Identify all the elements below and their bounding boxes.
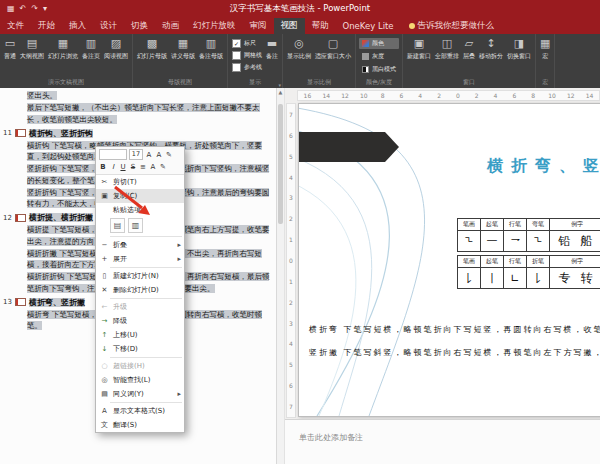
menu-item-label: 展开 — [113, 254, 174, 264]
tab-help[interactable]: 帮助 — [305, 18, 336, 34]
ribbon-button-outline-view[interactable]: ▤大纲视图 — [18, 36, 46, 62]
menu-item-hyperlink[interactable]: ○超链接(H) — [96, 359, 184, 373]
customize-qat-icon[interactable]: ▾ — [43, 5, 47, 13]
redo-icon[interactable]: ↷ — [31, 5, 38, 13]
ribbon-button-switch-windows[interactable]: ◨切换窗口 — [505, 36, 533, 62]
menu-item-new-slide[interactable]: ▯新建幻灯片(N) — [96, 269, 184, 283]
button-label: 切换窗口 — [507, 52, 531, 61]
v-ruler[interactable]: 765432101234567 — [286, 103, 296, 418]
undo-icon[interactable]: ↶ — [20, 5, 27, 13]
ribbon-button-slide-sorter[interactable]: ▦幻灯片浏览 — [46, 36, 80, 62]
outline-text: 竖出头。 — [27, 91, 57, 100]
ribbon-button-notes[interactable]: ▬备注 — [264, 36, 280, 62]
ribbon-button-handout-master[interactable]: ▦讲义母版 — [169, 36, 197, 62]
slide-number: 11 — [3, 129, 12, 137]
mini-font-color-button[interactable]: A — [149, 162, 157, 172]
tellme-search[interactable]: 告诉我你想要做什么 — [401, 18, 503, 34]
mini-shrink-font-button[interactable]: A — [155, 150, 163, 160]
keep-source-formatting-icon[interactable]: ▤ — [110, 218, 125, 233]
mini-underline-button[interactable]: U — [119, 162, 127, 172]
notes-pane[interactable]: 单击此处添加备注 — [285, 419, 600, 464]
reading-view-icon: ▨ — [111, 37, 121, 51]
tab-home[interactable]: 开始 — [31, 18, 62, 34]
tab-view[interactable]: 视图 — [274, 18, 305, 34]
ribbon-button-notes-master[interactable]: ▥备注母版 — [197, 36, 225, 62]
fit-window-icon: ▢ — [328, 37, 338, 51]
mini-highlight-color-button[interactable]: ✎ — [159, 162, 167, 172]
slide-canvas[interactable]: 横折弯、竖折撇 笔画起笔行笔弯笔例字㇍一㇖㇍铅 船笔画起笔行笔折笔例字㇙丨∟㇙专… — [298, 103, 600, 417]
slide-title: 横折弯、竖折撇 — [29, 297, 85, 308]
menu-item-move-up[interactable]: ↑上移(U) — [96, 328, 184, 342]
menu-item-move-down[interactable]: ↓下移(D) — [96, 342, 184, 356]
ribbon-button-move-split[interactable]: ↕移动拆分 — [477, 36, 505, 62]
tab-transitions[interactable]: 切换 — [124, 18, 155, 34]
scroll-up-icon[interactable]: ▲ — [277, 88, 284, 96]
ruler-number: 14 — [317, 92, 336, 99]
keep-text-only-icon[interactable]: ▥ — [128, 218, 143, 233]
menu-item-expand[interactable]: +展开▸ — [96, 252, 184, 266]
outline-scrollbar[interactable]: ▲ — [277, 88, 285, 464]
h-ruler[interactable]: 16141210864202468101214 — [297, 90, 600, 101]
ribbon-button-notes-page[interactable]: ▥备注页 — [80, 36, 102, 62]
checkbox-gridlines[interactable]: 网格线 — [232, 51, 262, 60]
ribbon-button-fit-to-window[interactable]: ▢适应窗口大小 — [313, 36, 353, 62]
stroke-table[interactable]: 笔画起笔行笔弯笔例字㇍一㇖㇍铅 船笔画起笔行笔折笔例字㇙丨∟㇙专 转 — [457, 218, 600, 289]
ruler-number: 4 — [287, 333, 295, 354]
outline-paragraph[interactable]: 最后下笔写短撇，（不出尖）顿笔折向下写长竖，注意上面短撇不要太长，收笔前顿笔出尖… — [0, 102, 276, 125]
ribbon-button-cascade[interactable]: ▱层叠 — [461, 36, 477, 62]
menu-item-demote[interactable]: →降级 — [96, 314, 184, 328]
scrollbar-thumb[interactable] — [278, 104, 283, 224]
black-white-icon — [362, 66, 369, 73]
tab-review[interactable]: 审阅 — [243, 18, 274, 34]
mini-bold-button[interactable]: B — [99, 162, 107, 172]
menu-separator — [110, 236, 182, 237]
ribbon-button-arrange-all[interactable]: ◫全部重排 — [433, 36, 461, 62]
menu-item-show-text-formatting[interactable]: A显示文本格式(S) — [96, 404, 184, 418]
menu-item-smart-lookup[interactable]: ◎智能查找(L) — [96, 373, 184, 387]
menu-item-translate[interactable]: 文翻译(S) — [96, 418, 184, 432]
tab-slide-show[interactable]: 幻灯片放映 — [186, 18, 243, 34]
font-name-select[interactable] — [99, 149, 127, 160]
outline-slide-row[interactable]: 11横折钩、竖折折钩 — [0, 128, 276, 139]
menu-item-collapse[interactable]: −折叠▸ — [96, 238, 184, 252]
slide-title-text[interactable]: 横折弯、竖折撇 — [487, 156, 600, 177]
button-label: 全部重排 — [435, 52, 459, 61]
slide-icon — [15, 129, 26, 137]
menu-item-delete-slide[interactable]: ✕删除幻灯片(D) — [96, 283, 184, 297]
checkbox-ruler[interactable]: ✓标尺 — [232, 39, 262, 48]
ribbon-button-zoom[interactable]: ◎显示比例 — [285, 36, 313, 62]
save-icon[interactable]: ▦ — [7, 5, 15, 13]
ribbon-option-color[interactable]: 颜色 — [359, 38, 399, 49]
mini-bullets-button[interactable]: ≡ — [139, 162, 147, 172]
mini-grow-font-button[interactable]: A — [145, 150, 153, 160]
checkbox-guides[interactable]: 参考线 — [232, 63, 262, 72]
mini-strikethrough-button[interactable]: S — [129, 162, 137, 172]
ribbon-button-new-window[interactable]: ▣新建窗口 — [405, 36, 433, 62]
tab-design[interactable]: 设计 — [93, 18, 124, 34]
tab-animations[interactable]: 动画 — [155, 18, 186, 34]
ribbon-group-master-views: ▩幻灯片母版▦讲义母版▥备注母版母版视图 — [133, 34, 228, 88]
demote-icon: → — [99, 317, 110, 325]
notes-placeholder[interactable]: 单击此处添加备注 — [285, 420, 600, 443]
ribbon-option-grayscale[interactable]: 灰度 — [359, 51, 399, 62]
smart-lookup-icon: ◎ — [99, 376, 110, 384]
font-size-box[interactable]: 17 — [129, 149, 143, 160]
tellme-label: 告诉我你想要做什么 — [418, 20, 495, 32]
ribbon-option-black-white[interactable]: 黑白模式 — [359, 64, 399, 75]
stroke-cell: 丨 — [481, 268, 504, 289]
ribbon-button-slide-master[interactable]: ▩幻灯片母版 — [135, 36, 169, 62]
tab-onekey-lite[interactable]: OneKey Lite — [336, 18, 401, 34]
ribbon-button-reading-view[interactable]: ▨阅读视图 — [102, 36, 130, 62]
slide-body-lines[interactable]: 横折弯 下笔写短横，略顿笔折向下写短竖，再圆转向右写横，收笔时顿笔。竖折撇 下笔… — [309, 324, 600, 370]
menu-item-promote[interactable]: ←升级 — [96, 300, 184, 314]
ribbon-button-macros[interactable]: ▦宏 — [538, 36, 552, 62]
menu-item-synonyms[interactable]: ▤同义词(Y)▸ — [96, 387, 184, 401]
mini-italic-button[interactable]: I — [109, 162, 117, 172]
outline-paragraph[interactable]: 竖出头。 — [0, 90, 276, 101]
mini-format-painter-button[interactable]: ✎ — [165, 150, 173, 160]
stroke-table-block1: 笔画起笔行笔弯笔例字㇍一㇖㇍铅 船 — [457, 218, 600, 252]
ruler-number: 5 — [287, 146, 295, 167]
ribbon-button-normal-view[interactable]: ▭普通 — [2, 36, 18, 62]
tab-file[interactable]: 文件 — [0, 18, 31, 34]
tab-insert[interactable]: 插入 — [62, 18, 93, 34]
